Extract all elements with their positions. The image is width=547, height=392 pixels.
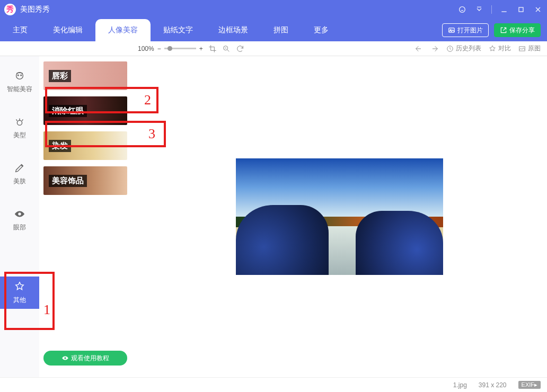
magnify-icon[interactable]	[222, 44, 231, 53]
menu-more[interactable]: 更多	[301, 19, 341, 41]
zoom-slider[interactable]	[164, 48, 196, 49]
original-button[interactable]: 原图	[518, 44, 541, 53]
toolbar: 100% − + 历史列表 对比 原图	[0, 41, 547, 56]
svg-rect-1	[519, 7, 523, 12]
menubar-right: 打开图片 保存分享	[442, 19, 544, 41]
sidenav-smart-beauty[interactable]: 智能美容	[0, 66, 39, 98]
svg-point-10	[17, 120, 22, 125]
svg-point-0	[460, 7, 465, 13]
close-icon[interactable]	[533, 5, 543, 14]
zoom-out-icon[interactable]: −	[157, 45, 161, 52]
minimize-icon[interactable]	[499, 5, 509, 14]
preview-image[interactable]	[236, 158, 443, 275]
canvas-area	[131, 56, 547, 377]
annotation-3-num: 3	[148, 126, 155, 142]
history-button[interactable]: 历史列表	[446, 44, 481, 53]
tutorial-button[interactable]: 观看使用教程	[43, 351, 127, 366]
menu-portrait[interactable]: 人像美容	[95, 19, 151, 41]
compare-button[interactable]: 对比	[489, 44, 511, 53]
zoom-in-icon[interactable]: +	[199, 45, 203, 52]
titlebar: 秀 美图秀秀	[0, 0, 547, 19]
zoom-value: 100%	[138, 45, 154, 52]
refresh-icon[interactable]	[236, 44, 244, 53]
svg-point-8	[17, 75, 19, 76]
tool-lipcolor[interactable]: 唇彩	[43, 61, 127, 90]
sidenav-shape[interactable]: 美型	[0, 112, 39, 144]
statusbar: 1.jpg 391 x 220 EXIF▸	[0, 377, 547, 392]
menu-home[interactable]: 主页	[0, 19, 40, 41]
sidenav-skin[interactable]: 美肤	[0, 158, 39, 190]
zoom-control[interactable]: 100% − +	[138, 45, 203, 52]
menubar: 主页 美化编辑 人像美容 贴纸文字 边框场景 拼图 更多 打开图片 保存分享	[0, 19, 547, 41]
open-image-button[interactable]: 打开图片	[442, 23, 489, 37]
menu-sticker[interactable]: 贴纸文字	[151, 19, 206, 41]
app-title: 美图秀秀	[20, 5, 50, 14]
annotation-1-num: 1	[43, 302, 50, 318]
shape-icon	[14, 116, 25, 128]
sidenav-eye[interactable]: 眼部	[0, 204, 39, 236]
undo-icon[interactable]	[414, 44, 423, 53]
menu-collage[interactable]: 拼图	[261, 19, 301, 41]
exif-button[interactable]: EXIF▸	[518, 381, 541, 389]
annotation-3-box	[45, 121, 166, 147]
annotation-1-box	[4, 272, 55, 330]
face-icon	[14, 70, 25, 82]
menu-frame[interactable]: 边框场景	[206, 19, 261, 41]
annotation-2-num: 2	[144, 92, 151, 108]
status-filename: 1.jpg	[453, 381, 467, 389]
menu-beautify[interactable]: 美化编辑	[40, 19, 95, 41]
titlebar-right	[457, 5, 543, 14]
eye-icon	[14, 208, 25, 220]
toolbar-right: 历史列表 对比 原图	[414, 44, 541, 53]
brush-icon	[14, 162, 25, 174]
app-logo-icon: 秀	[4, 4, 16, 15]
message-icon[interactable]	[457, 5, 467, 14]
maximize-icon[interactable]	[516, 5, 526, 14]
svg-point-9	[21, 75, 22, 76]
status-size: 391 x 220	[479, 381, 507, 389]
crop-icon[interactable]	[208, 44, 217, 53]
tool-accessories[interactable]: 美容饰品	[43, 166, 127, 195]
save-share-button[interactable]: 保存分享	[494, 23, 541, 37]
redo-icon[interactable]	[430, 44, 439, 53]
annotation-2-box	[45, 87, 158, 113]
dropdown-icon[interactable]	[474, 5, 484, 14]
